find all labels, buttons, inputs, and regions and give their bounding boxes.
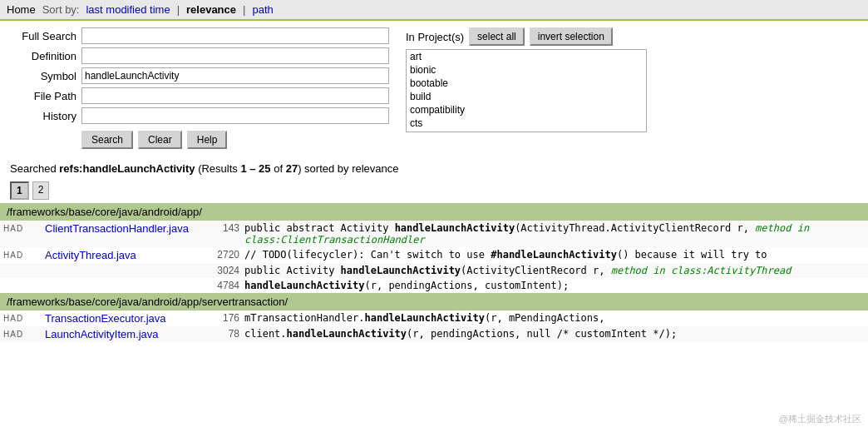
had-badges: HAD (3, 328, 45, 339)
code-snippet: handleLaunchActivity(r, pendingActions, … (244, 280, 865, 291)
had-badge: A (10, 224, 16, 233)
had-badge: A (10, 314, 16, 323)
sep1: | (177, 3, 180, 16)
file-path-input[interactable] (81, 87, 389, 104)
select-all-button[interactable]: select all (469, 27, 525, 46)
symbol-input[interactable] (81, 67, 389, 84)
table-row: 4784handleLaunchActivity(r, pendingActio… (0, 278, 868, 293)
line-number: 4784 (211, 280, 244, 291)
project-item[interactable]: bootable (407, 77, 646, 90)
definition-label: Definition (10, 50, 76, 62)
full-search-label: Full Search (10, 30, 76, 42)
results-area: /frameworks/base/core/java/android/app/H… (0, 203, 868, 350)
sort-label: Sort by: (42, 3, 80, 16)
definition-input[interactable] (81, 47, 389, 64)
search-area: Full Search Definition Symbol File Path … (0, 21, 868, 156)
sort-path[interactable]: path (252, 3, 273, 16)
project-item[interactable]: cts (407, 117, 646, 130)
table-row: HADActivityThread.java2720// TODO(lifecy… (0, 247, 868, 263)
project-item[interactable]: build (407, 90, 646, 103)
file-link[interactable]: TransactionExecutor.java (45, 312, 211, 325)
symbol-row: Symbol (10, 67, 389, 84)
history-label: History (10, 110, 76, 122)
history-row: History (10, 107, 389, 124)
symbol-label: Symbol (10, 70, 76, 82)
table-row: HADClientTransactionHandler.java143publi… (0, 221, 868, 247)
help-button[interactable]: Help (187, 131, 228, 149)
full-search-input[interactable] (81, 27, 389, 44)
had-badge: A (10, 251, 16, 260)
code-snippet: public abstract Activity handleLaunchAct… (244, 222, 865, 246)
projects-listbox[interactable]: artbionicbootablebuildcompatibilitycts (406, 49, 647, 132)
pagination: 12 (0, 178, 868, 203)
code-snippet: public Activity handleLaunchActivity(Act… (244, 265, 865, 276)
had-badge: H (3, 251, 9, 260)
sep2: | (243, 3, 245, 16)
project-item[interactable]: art (407, 50, 646, 63)
had-badge: D (17, 330, 22, 339)
had-badge: D (17, 314, 22, 323)
file-path-label: File Path (10, 90, 76, 102)
line-number: 143 (211, 222, 244, 234)
path-header: /frameworks/base/core/java/android/app/ (0, 203, 868, 221)
table-row: 3024public Activity handleLaunchActivity… (0, 263, 868, 278)
table-row: HADLaunchActivityItem.java78client.handl… (0, 326, 868, 342)
line-number: 176 (211, 312, 244, 324)
sort-relevance: relevance (186, 3, 236, 16)
home-link[interactable]: Home (7, 3, 36, 16)
page-link[interactable]: 1 (10, 181, 29, 200)
results-summary: Searched refs:handleLaunchActivity (Resu… (0, 156, 868, 178)
projects-header: In Project(s) select all invert selectio… (406, 27, 647, 46)
projects-label: In Project(s) (406, 31, 464, 43)
full-search-row: Full Search (10, 27, 389, 44)
top-bar: Home Sort by: last modified time | relev… (0, 0, 868, 21)
clear-button[interactable]: Clear (138, 131, 182, 149)
had-badge: H (3, 314, 9, 323)
results-summary-text: Searched refs:handleLaunchActivity (Resu… (10, 162, 399, 175)
table-row: HADTransactionExecutor.java176mTransacti… (0, 310, 868, 326)
had-badge: D (17, 224, 22, 233)
invert-selection-button[interactable]: invert selection (530, 27, 613, 46)
definition-row: Definition (10, 47, 389, 64)
file-link[interactable]: ActivityThread.java (45, 249, 211, 261)
code-snippet: // TODO(lifecycler): Can't switch to use… (244, 249, 865, 261)
sort-last-modified[interactable]: last modified time (86, 3, 170, 16)
had-badge: H (3, 330, 9, 339)
had-badge: H (3, 224, 9, 233)
file-link[interactable]: ClientTransactionHandler.java (45, 222, 211, 235)
had-badges: HAD (3, 222, 45, 233)
right-projects: In Project(s) select all invert selectio… (406, 27, 647, 149)
path-header: /frameworks/base/core/java/android/app/s… (0, 293, 868, 310)
had-badges (3, 265, 45, 266)
had-badges (3, 280, 45, 281)
had-badges: HAD (3, 249, 45, 260)
line-number: 2720 (211, 249, 244, 261)
file-path-row: File Path (10, 87, 389, 104)
line-number: 3024 (211, 265, 244, 276)
had-badge: A (10, 330, 16, 339)
history-input[interactable] (81, 107, 389, 124)
button-row: Search Clear Help (81, 131, 389, 149)
project-item[interactable]: compatibility (407, 103, 646, 117)
had-badges: HAD (3, 312, 45, 323)
page-link[interactable]: 2 (32, 181, 50, 200)
search-button[interactable]: Search (81, 131, 133, 149)
had-badge: D (17, 251, 22, 260)
code-snippet: client.handleLaunchActivity(r, pendingAc… (244, 328, 865, 340)
left-form: Full Search Definition Symbol File Path … (10, 27, 389, 149)
line-number: 78 (211, 328, 244, 340)
project-item[interactable]: bionic (407, 63, 646, 77)
code-snippet: mTransactionHandler.handleLaunchActivity… (244, 312, 865, 324)
file-link[interactable]: LaunchActivityItem.java (45, 328, 211, 340)
